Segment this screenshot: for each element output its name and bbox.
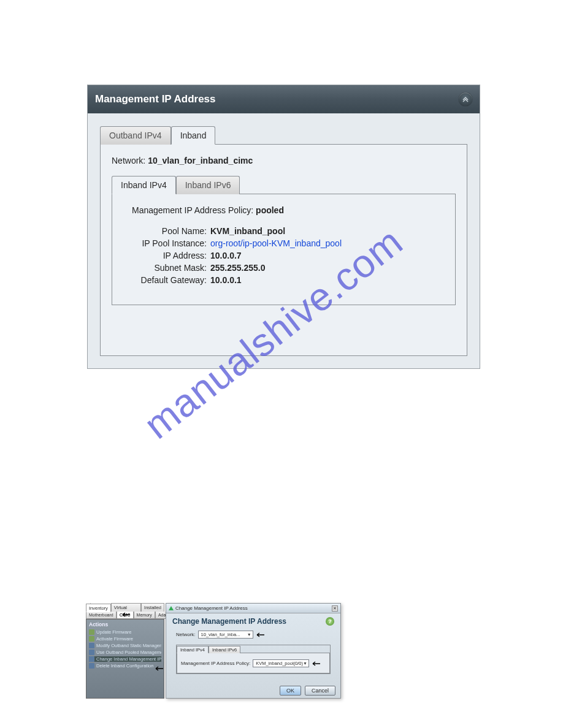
kv-ip-address: IP Address: 10.0.0.7 (124, 251, 443, 260)
dialog-buttons: OK Cancel (280, 686, 335, 696)
kv-subnet-mask: Subnet Mask: 255.255.255.0 (124, 263, 443, 273)
ip-address-label: IP Address: (124, 251, 210, 260)
policy-combobox[interactable]: KVM_inband_pool(0/0) ▼ (253, 659, 309, 667)
dialog-titlebar: Change Management IP Address ✕ (166, 604, 340, 613)
pool-name-value: KVM_inband_pool (210, 226, 285, 236)
ip-icon (89, 656, 94, 662)
actions-panel: Actions Update Firmware Activate Firmwar… (86, 619, 164, 699)
dialog-tb-text: Change Management IP Address (175, 605, 248, 611)
action-label: Modify Outband Static Management IP (96, 643, 161, 648)
collapse-button[interactable] (459, 93, 472, 106)
policy-line: Management IP Address Policy: pooled (124, 205, 443, 215)
default-gateway-label: Default Gateway: (124, 275, 210, 285)
kv-pool-name: Pool Name: KVM_inband_pool (124, 226, 443, 236)
policy-value: pooled (256, 205, 284, 215)
chevron-up-double-icon (462, 96, 469, 103)
network-value: 10_vlan_for_inband_cimc (148, 156, 253, 165)
help-button[interactable]: ? (326, 617, 334, 626)
dialog-heading: Change Management IP Address (172, 617, 286, 626)
subtab-motherboard[interactable]: Motherboard (86, 612, 117, 619)
left-column: Inventory Virtual Machines Installed F M… (86, 603, 164, 701)
ip-icon (89, 650, 94, 655)
dialog-inner-tabstrip: Inband IPv4 Inband IPv6 (177, 645, 330, 653)
arrow-annotation-2 (121, 612, 134, 618)
tab-inband[interactable]: Inband (171, 126, 216, 145)
tab-virtual-machines[interactable]: Virtual Machines (111, 603, 141, 612)
subnet-mask-value: 255.255.255.0 (210, 263, 266, 273)
action-use-outband-pooled[interactable]: Use Outband Pooled Management IP (89, 650, 161, 655)
dialog-close-button[interactable]: ✕ (332, 605, 338, 612)
inner-tabstrip: Inband IPv4 Inband IPv6 (112, 175, 456, 194)
outer-tabstrip: Outband IPv4 Inband (100, 126, 467, 144)
action-label: Update Firmware (96, 629, 132, 635)
outer-tab-container: Outband IPv4 Inband Network: 10_vlan_for… (100, 126, 467, 356)
pool-name-label: Pool Name: (124, 226, 210, 236)
actions-title: Actions (89, 621, 161, 628)
firmware-icon (89, 636, 94, 642)
arrow-annotation-5 (312, 661, 324, 667)
chevron-down-icon: ▼ (303, 661, 307, 665)
network-field: Network: 10_vlan_for_inba... ▼ (176, 631, 334, 639)
outer-tab-content: Network: 10_vlan_for_inband_cimc Inband … (100, 144, 467, 356)
arrow-annotation-3 (155, 665, 167, 672)
kv-default-gateway: Default Gateway: 10.0.0.1 (124, 275, 443, 285)
ip-icon (89, 663, 94, 669)
inner-tab-container: Inband IPv4 Inband IPv6 Management IP Ad… (112, 175, 456, 305)
policy-field: Management IP Address Policy: KVM_inband… (181, 659, 326, 667)
cancel-button[interactable]: Cancel (305, 686, 335, 696)
dlg-tab-inband-ipv6[interactable]: Inband IPv6 (209, 646, 240, 653)
default-gateway-value: 10.0.0.1 (210, 275, 242, 285)
panel-title: Management IP Address (95, 93, 216, 105)
top-tabstrip: Inventory Virtual Machines Installed F (86, 603, 164, 612)
tab-inventory[interactable]: Inventory (86, 604, 111, 612)
tab-installed-f[interactable]: Installed F (141, 603, 164, 612)
ip-pool-instance-link[interactable]: org-root/ip-pool-KVM_inband_pool (210, 238, 342, 248)
change-mgmt-ip-dialog: Change Management IP Address ✕ Change Ma… (166, 603, 341, 699)
inner-tab-content: Management IP Address Policy: pooled Poo… (112, 194, 456, 305)
policy-label: Management IP Address Policy: (132, 205, 253, 215)
dialog-heading-row: Change Management IP Address ? (172, 617, 334, 626)
dlg-tab-inband-ipv4[interactable]: Inband IPv4 (177, 646, 209, 653)
network-combo-value: 10_vlan_for_inba... (201, 632, 240, 637)
ip-address-value: 10.0.0.7 (210, 251, 242, 260)
dlg-policy-label: Management IP Address Policy: (181, 661, 250, 666)
network-line: Network: 10_vlan_for_inband_cimc (112, 156, 456, 165)
dialog-titlebar-title: Change Management IP Address (169, 605, 248, 611)
ip-icon (89, 643, 94, 648)
dialog-inner-body: Management IP Address Policy: KVM_inband… (177, 653, 330, 673)
tab-outband-ipv4[interactable]: Outband IPv4 (100, 126, 171, 145)
action-label: Use Outband Pooled Management IP (96, 650, 161, 655)
dialog-body: Change Management IP Address ? Network: … (166, 613, 340, 674)
action-delete-inband-config[interactable]: Delete Inband Configuration (89, 663, 161, 669)
action-label: Change Inband Management IP (96, 656, 161, 662)
network-combobox[interactable]: 10_vlan_for_inba... ▼ (198, 631, 253, 639)
ip-pool-instance-label: IP Pool Instance: (124, 238, 210, 248)
panel-titlebar: Management IP Address (88, 85, 480, 113)
action-update-firmware[interactable]: Update Firmware (89, 629, 161, 635)
firmware-icon (89, 629, 94, 635)
action-change-inband-mgmt-ip[interactable]: Change Inband Management IP (89, 656, 161, 662)
subtab-memory[interactable]: Memory (134, 612, 155, 619)
subnet-mask-label: Subnet Mask: (124, 263, 210, 273)
action-label: Activate Firmware (96, 636, 133, 642)
management-ip-panel: Management IP Address Outband IPv4 Inban… (87, 85, 480, 369)
action-activate-firmware[interactable]: Activate Firmware (89, 636, 161, 642)
network-label: Network: (112, 156, 145, 165)
action-modify-outband-static[interactable]: Modify Outband Static Management IP (89, 643, 161, 648)
composite-screenshot: Inventory Virtual Machines Installed F M… (86, 603, 341, 701)
tab-inband-ipv6[interactable]: Inband IPv6 (176, 176, 240, 194)
dialog-inner-box: Inband IPv4 Inband IPv6 Management IP Ad… (176, 645, 331, 674)
arrow-annotation-4 (256, 632, 268, 638)
panel-body: Outband IPv4 Inband Network: 10_vlan_for… (88, 113, 480, 368)
ok-button[interactable]: OK (280, 686, 301, 696)
kv-ip-pool-instance: IP Pool Instance: org-root/ip-pool-KVM_i… (124, 238, 443, 248)
app-icon (169, 606, 174, 610)
chevron-down-icon: ▼ (247, 632, 251, 637)
action-label: Delete Inband Configuration (96, 663, 153, 669)
policy-combo-value: KVM_inband_pool(0/0) (256, 661, 303, 666)
tab-inband-ipv4[interactable]: Inband IPv4 (112, 176, 176, 194)
network-label: Network: (176, 632, 196, 637)
